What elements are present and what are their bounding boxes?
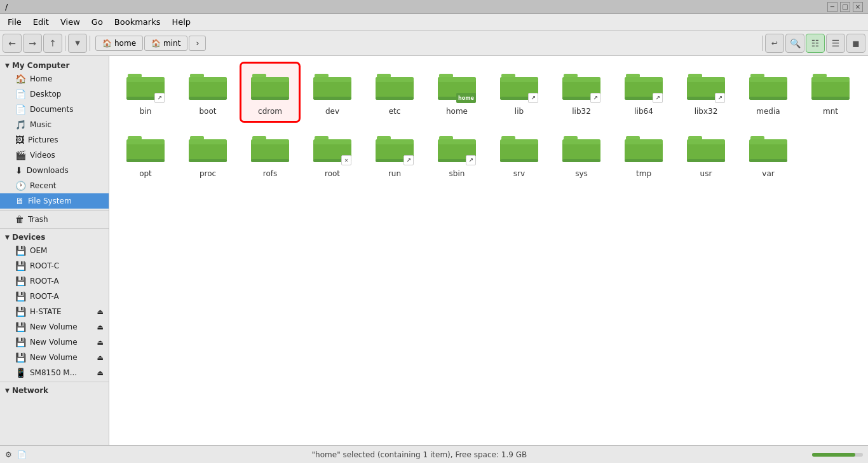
- sidebar-item-sm8150[interactable]: 📱 SM8150 M... ⏏: [0, 365, 109, 380]
- folder-item-proc[interactable]: proc: [179, 126, 236, 183]
- locationbar: 🏠 home 🏠 mint ›: [95, 36, 757, 51]
- menu-go[interactable]: Go: [86, 16, 108, 28]
- sidebar-item-root-a-1[interactable]: 💾 ROOT-A: [0, 273, 109, 289]
- folder-item-boot[interactable]: boot: [179, 64, 236, 121]
- history-button[interactable]: ▼: [68, 34, 87, 53]
- new-volume-2-eject[interactable]: ⏏: [97, 338, 104, 347]
- new-volume-3-eject[interactable]: ⏏: [97, 354, 104, 362]
- compact-view-button[interactable]: ◼: [846, 34, 865, 53]
- folder-item-lib[interactable]: ↗ lib: [491, 64, 548, 121]
- new-volume-1-eject[interactable]: ⏏: [97, 323, 104, 331]
- folder-icon-wrap: [686, 131, 726, 167]
- folder-item-libx32[interactable]: ↗ libx32: [677, 64, 735, 121]
- statusbar-icon-1[interactable]: ⚙: [5, 450, 12, 459]
- shortcut-badge: ↗: [590, 93, 600, 103]
- sidebar-item-videos[interactable]: 🎬 Videos: [0, 148, 109, 163]
- svg-rect-75: [500, 159, 538, 162]
- music-icon: 🎵: [15, 120, 26, 130]
- folder-item-bin[interactable]: ↗ bin: [117, 64, 174, 121]
- list-view-button[interactable]: ☰: [826, 34, 845, 53]
- folder-item-media[interactable]: media: [740, 64, 797, 121]
- sidebar-item-trash[interactable]: 🗑 Trash: [0, 212, 109, 227]
- shortcut-badge: ↗: [154, 93, 165, 103]
- loc-mint[interactable]: 🏠 mint: [144, 36, 187, 51]
- menu-bookmarks[interactable]: Bookmarks: [109, 16, 166, 28]
- home-icon: 🏠: [15, 74, 26, 84]
- folder-name: lib32: [572, 107, 591, 116]
- svg-rect-66: [376, 139, 414, 144]
- folder-item-run[interactable]: ↗ run: [366, 126, 423, 183]
- folder-name: lib64: [634, 107, 653, 116]
- recent-icon: 🕐: [15, 181, 26, 191]
- folder-item-tmp[interactable]: tmp: [615, 126, 672, 183]
- menu-help[interactable]: Help: [166, 16, 196, 28]
- statusbar: ⚙ 📄 "home" selected (containing 1 item),…: [0, 445, 868, 463]
- folder-svg: [748, 131, 789, 167]
- folder-item-srv[interactable]: srv: [491, 126, 548, 183]
- zoom-fill: [812, 453, 855, 457]
- icon-view-button[interactable]: ☷: [806, 34, 825, 53]
- search-button[interactable]: 🔍: [785, 34, 804, 53]
- svg-rect-43: [749, 97, 787, 100]
- back-button[interactable]: ←: [3, 34, 22, 53]
- maximize-button[interactable]: □: [840, 2, 850, 12]
- menu-view[interactable]: View: [55, 16, 85, 28]
- forward-button[interactable]: →: [23, 34, 42, 53]
- sidebar-item-pictures[interactable]: 🖼 Pictures: [0, 132, 109, 148]
- zoom-slider[interactable]: [812, 453, 863, 457]
- menu-edit[interactable]: Edit: [28, 16, 54, 28]
- folder-item-rofs[interactable]: rofs: [241, 126, 299, 183]
- sidebar-item-desktop[interactable]: 📄 Desktop: [0, 86, 109, 102]
- folder-item-sys[interactable]: sys: [553, 126, 610, 183]
- folder-item-home[interactable]: home home: [428, 64, 485, 121]
- folder-item-root[interactable]: ✕ root: [304, 126, 361, 183]
- folder-name: mnt: [823, 107, 838, 116]
- sidebar-item-new-volume-3[interactable]: 💾 New Volume ⏏: [0, 350, 109, 365]
- sidebar-section-devices[interactable]: ▼ Devices: [0, 230, 109, 243]
- titlebar: / − □ ×: [0, 0, 868, 14]
- h-state-eject[interactable]: ⏏: [97, 308, 104, 316]
- sm8150-eject[interactable]: ⏏: [97, 369, 104, 377]
- menu-file[interactable]: File: [3, 16, 27, 28]
- folder-item-sbin[interactable]: ↗ sbin: [428, 126, 485, 183]
- folder-name: root: [325, 169, 340, 178]
- loc-home[interactable]: 🏠 home: [95, 36, 143, 51]
- folder-item-lib64[interactable]: ↗ lib64: [615, 64, 672, 121]
- sidebar-item-music[interactable]: 🎵 Music: [0, 117, 109, 132]
- folder-name: srv: [513, 169, 525, 178]
- minimize-button[interactable]: −: [827, 2, 837, 12]
- sidebar-item-recent[interactable]: 🕐 Recent: [0, 178, 109, 193]
- sidebar-item-home[interactable]: 🏠 Home: [0, 71, 109, 86]
- folder-item-opt[interactable]: opt: [117, 126, 174, 183]
- svg-rect-47: [811, 97, 850, 100]
- up-button[interactable]: ↑: [43, 34, 62, 53]
- sidebar-item-documents[interactable]: 📄 Documents: [0, 102, 109, 117]
- close-button[interactable]: ×: [853, 2, 863, 12]
- sidebar-section-my-computer[interactable]: ▼ My Computer: [0, 59, 109, 71]
- folder-svg: [125, 131, 166, 167]
- sidebar-item-new-volume-2[interactable]: 💾 New Volume ⏏: [0, 335, 109, 350]
- statusbar-icon-2[interactable]: 📄: [17, 450, 27, 459]
- sidebar-item-oem[interactable]: 💾 OEM: [0, 243, 109, 258]
- sidebar-item-filesystem[interactable]: 🖥 File System: [0, 193, 109, 209]
- sidebar-item-root-a-2[interactable]: 💾 ROOT-A: [0, 289, 109, 304]
- folder-name: etc: [389, 107, 401, 116]
- svg-rect-51: [126, 159, 165, 162]
- folder-item-dev[interactable]: dev: [304, 64, 361, 121]
- loc-next-button[interactable]: ›: [189, 36, 206, 51]
- folder-item-etc[interactable]: etc: [366, 64, 423, 121]
- sm8150-icon: 📱: [15, 368, 26, 378]
- path-toggle-button[interactable]: ↩: [765, 34, 784, 53]
- folder-item-lib32[interactable]: ↗ lib32: [553, 64, 610, 121]
- folder-item-mnt[interactable]: mnt: [802, 64, 859, 121]
- folder-item-cdrom[interactable]: cdrom: [241, 64, 299, 121]
- folder-item-usr[interactable]: usr: [677, 126, 735, 183]
- sidebar-item-new-volume-1[interactable]: 💾 New Volume ⏏: [0, 319, 109, 335]
- folder-item-var[interactable]: var: [740, 126, 797, 183]
- sidebar-item-root-c[interactable]: 💾 ROOT-C: [0, 258, 109, 273]
- sidebar-section-network[interactable]: ▼ Network: [0, 384, 109, 396]
- folder-svg: [561, 131, 602, 167]
- sidebar-item-h-state[interactable]: 💾 H-STATE ⏏: [0, 304, 109, 319]
- svg-rect-42: [749, 77, 787, 82]
- sidebar-item-downloads[interactable]: ⬇ Downloads: [0, 163, 109, 178]
